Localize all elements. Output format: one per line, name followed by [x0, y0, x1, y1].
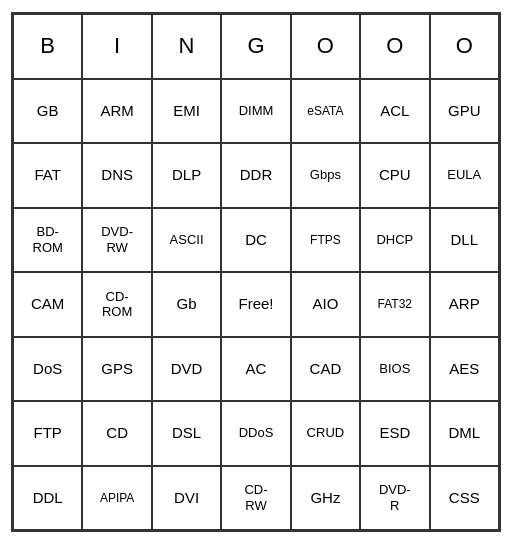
- header-b: B: [13, 14, 82, 79]
- row-5: DoS GPS DVD AC CAD BIOS AES: [13, 337, 499, 402]
- cell-7-3: DVI: [152, 466, 221, 531]
- cell-5-1: DoS: [13, 337, 82, 402]
- cell-3-4: DC: [221, 208, 290, 273]
- row-4: CAM CD-ROM Gb Free! AIO FAT32 ARP: [13, 272, 499, 337]
- cell-4-4-free: Free!: [221, 272, 290, 337]
- bingo-card: B I N G O O O GB ARM EMI DIMM eSATA ACL …: [11, 12, 501, 532]
- row-2: FAT DNS DLP DDR Gbps CPU EULA: [13, 143, 499, 208]
- cell-4-2: CD-ROM: [82, 272, 151, 337]
- cell-1-3: EMI: [152, 79, 221, 144]
- cell-2-7: EULA: [430, 143, 499, 208]
- cell-1-6: ACL: [360, 79, 429, 144]
- cell-6-2: CD: [82, 401, 151, 466]
- cell-7-1: DDL: [13, 466, 82, 531]
- cell-5-7: AES: [430, 337, 499, 402]
- cell-2-6: CPU: [360, 143, 429, 208]
- cell-2-1: FAT: [13, 143, 82, 208]
- cell-6-6: ESD: [360, 401, 429, 466]
- cell-2-2: DNS: [82, 143, 151, 208]
- cell-4-3: Gb: [152, 272, 221, 337]
- cell-1-5: eSATA: [291, 79, 360, 144]
- row-7: DDL APIPA DVI CD-RW GHz DVD-R CSS: [13, 466, 499, 531]
- cell-1-2: ARM: [82, 79, 151, 144]
- cell-5-3: DVD: [152, 337, 221, 402]
- cell-6-7: DML: [430, 401, 499, 466]
- cell-4-6: FAT32: [360, 272, 429, 337]
- cell-7-2: APIPA: [82, 466, 151, 531]
- cell-1-7: GPU: [430, 79, 499, 144]
- row-1: GB ARM EMI DIMM eSATA ACL GPU: [13, 79, 499, 144]
- cell-3-7: DLL: [430, 208, 499, 273]
- cell-5-6: BIOS: [360, 337, 429, 402]
- cell-3-2: DVD-RW: [82, 208, 151, 273]
- header-g: G: [221, 14, 290, 79]
- cell-6-1: FTP: [13, 401, 82, 466]
- cell-3-5: FTPS: [291, 208, 360, 273]
- cell-5-5: CAD: [291, 337, 360, 402]
- cell-2-5: Gbps: [291, 143, 360, 208]
- cell-7-4: CD-RW: [221, 466, 290, 531]
- cell-6-5: CRUD: [291, 401, 360, 466]
- header-o3: O: [430, 14, 499, 79]
- cell-6-4: DDoS: [221, 401, 290, 466]
- cell-5-4: AC: [221, 337, 290, 402]
- cell-7-5: GHz: [291, 466, 360, 531]
- header-o2: O: [360, 14, 429, 79]
- row-6: FTP CD DSL DDoS CRUD ESD DML: [13, 401, 499, 466]
- cell-3-6: DHCP: [360, 208, 429, 273]
- cell-2-4: DDR: [221, 143, 290, 208]
- cell-1-4: DIMM: [221, 79, 290, 144]
- cell-3-3: ASCII: [152, 208, 221, 273]
- row-3: BD-ROM DVD-RW ASCII DC FTPS DHCP DLL: [13, 208, 499, 273]
- cell-1-1: GB: [13, 79, 82, 144]
- header-o1: O: [291, 14, 360, 79]
- header-row: B I N G O O O: [13, 14, 499, 79]
- cell-7-7: CSS: [430, 466, 499, 531]
- header-n: N: [152, 14, 221, 79]
- cell-7-6: DVD-R: [360, 466, 429, 531]
- cell-2-3: DLP: [152, 143, 221, 208]
- cell-4-7: ARP: [430, 272, 499, 337]
- cell-4-5: AIO: [291, 272, 360, 337]
- cell-6-3: DSL: [152, 401, 221, 466]
- header-i: I: [82, 14, 151, 79]
- cell-5-2: GPS: [82, 337, 151, 402]
- cell-3-1: BD-ROM: [13, 208, 82, 273]
- cell-4-1: CAM: [13, 272, 82, 337]
